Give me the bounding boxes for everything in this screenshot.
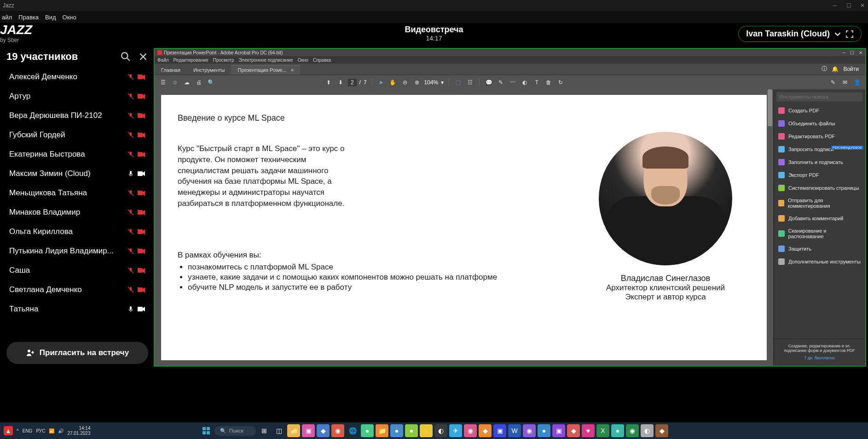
zoom-level[interactable]: 104% xyxy=(424,79,439,86)
app-icon[interactable]: ● xyxy=(361,424,374,437)
tool-item[interactable]: Сканирование и распознавание xyxy=(774,225,865,242)
zoom-in-icon[interactable]: ⊕ xyxy=(412,78,422,87)
tools-search-input[interactable] xyxy=(776,92,862,101)
comment-icon[interactable]: 💬 xyxy=(484,78,493,87)
participant-row[interactable]: Артур xyxy=(6,88,148,105)
app-icon[interactable]: ● xyxy=(390,424,403,437)
close-panel-icon[interactable] xyxy=(138,52,148,62)
tray-icon[interactable]: ▲ xyxy=(4,426,13,435)
app-icon[interactable]: ◉ xyxy=(523,424,536,437)
menu-file[interactable]: айл xyxy=(2,14,12,21)
search-icon[interactable] xyxy=(121,52,131,62)
page-up-icon[interactable]: ⬆ xyxy=(324,78,333,87)
star-icon[interactable]: ☆ xyxy=(170,78,179,87)
participant-row[interactable]: Ольга Кириллова xyxy=(6,223,148,240)
app-icon[interactable]: ▣ xyxy=(552,424,565,437)
text-icon[interactable]: T xyxy=(532,78,541,87)
chevron-up-icon[interactable]: ^ xyxy=(17,428,19,433)
chrome-icon[interactable]: 🌐 xyxy=(346,424,359,437)
participant-row[interactable]: Меньщикова Татьяна xyxy=(6,184,148,202)
trash-icon[interactable]: 🗑 xyxy=(544,78,553,87)
menu-window[interactable]: Окно xyxy=(63,14,76,21)
hand-icon[interactable]: ✋ xyxy=(388,78,398,87)
tool-item[interactable]: Экспорт PDF xyxy=(774,169,865,181)
page-down-icon[interactable]: ⬇ xyxy=(336,78,345,87)
app-icon[interactable]: ◆ xyxy=(567,424,580,437)
acrobat-maximize-icon[interactable]: ☐ xyxy=(850,50,854,55)
participant-row[interactable]: Вера Дерюшева ПИ-2102 xyxy=(6,107,148,124)
participant-row[interactable]: Губский Гордей xyxy=(6,126,148,144)
tool-item[interactable]: Объединить файлы xyxy=(774,117,865,130)
participant-row[interactable]: Саша xyxy=(6,262,148,279)
app-icon[interactable]: ◆ xyxy=(317,424,330,437)
scrollbar-handle[interactable] xyxy=(768,89,772,126)
tab-close-icon[interactable]: × xyxy=(291,67,294,73)
page-layout-icon[interactable]: ☷ xyxy=(465,78,475,87)
taskview-icon[interactable]: ⊞ xyxy=(258,424,271,437)
app-icon[interactable]: ◉ xyxy=(331,424,344,437)
draw-icon[interactable]: 〰 xyxy=(508,78,517,87)
chevron-down-icon[interactable] xyxy=(834,31,841,37)
document-viewport[interactable]: Введение о курсе ML Space Курс "Быстрый … xyxy=(155,89,773,366)
tab-home[interactable]: Главная xyxy=(155,65,187,75)
login-button[interactable]: Войти xyxy=(843,66,859,72)
tab-tools[interactable]: Инструменты xyxy=(187,65,231,75)
taskbar-search[interactable]: 🔍Поиск xyxy=(214,426,256,436)
close-icon[interactable]: ✕ xyxy=(860,3,865,8)
highlight-icon[interactable]: ✎ xyxy=(496,78,505,87)
erase-icon[interactable]: ◐ xyxy=(520,78,529,87)
start-button[interactable] xyxy=(200,424,213,437)
self-pill[interactable]: Ivan Taraskin (Cloud) xyxy=(738,26,862,42)
app-icon[interactable]: ◆ xyxy=(655,424,668,437)
print-icon[interactable]: 🖨 xyxy=(194,78,203,87)
tray-clock[interactable]: 14:14 27.01.2023 xyxy=(67,426,90,436)
acro-menu-view[interactable]: Просмотр xyxy=(213,58,234,63)
pointer-icon[interactable]: ➤ xyxy=(376,78,386,87)
participant-row[interactable]: Татьяна xyxy=(6,300,148,318)
tool-item[interactable]: Добавить комментарий xyxy=(774,212,865,225)
sign-icon[interactable]: ✎ xyxy=(828,78,838,87)
app-icon[interactable]: ◐ xyxy=(641,424,654,437)
app-icon[interactable]: ⚡ xyxy=(420,424,433,437)
select-icon[interactable]: ⬚ xyxy=(453,78,463,87)
tool-item[interactable]: Систематизировать страницы xyxy=(774,181,865,194)
excel-icon[interactable]: X xyxy=(596,424,609,437)
tab-document[interactable]: Презентация Powe... × xyxy=(231,65,300,75)
participant-row[interactable]: Светлана Демченко xyxy=(6,281,148,299)
app-icon[interactable]: ♥ xyxy=(582,424,595,437)
zoom-out-icon[interactable]: ⊖ xyxy=(400,78,410,87)
mail-icon[interactable]: ✉ xyxy=(840,78,850,87)
share-icon[interactable]: 👤 xyxy=(852,78,862,87)
acrobat-close-icon[interactable]: ✕ xyxy=(859,50,862,55)
xbox-icon[interactable]: ◉ xyxy=(626,424,639,437)
wifi-icon[interactable]: 📶 xyxy=(49,428,54,433)
bell-icon[interactable]: 🔔 xyxy=(832,66,839,72)
page-current[interactable]: 2 xyxy=(348,79,357,86)
cloud-icon[interactable]: ☁ xyxy=(182,78,191,87)
tool-item[interactable]: Дополнительные инструменты xyxy=(774,255,865,268)
participant-row[interactable]: Алексей Демченко xyxy=(6,68,148,86)
acro-menu-edit[interactable]: Редактирование xyxy=(174,58,208,63)
fullscreen-icon[interactable] xyxy=(845,30,854,38)
find-icon[interactable]: 🔍 xyxy=(206,78,215,87)
trial-link[interactable]: 7 дн. бесплатно xyxy=(777,356,862,360)
tool-item[interactable]: Отправить для комментирования xyxy=(774,194,865,212)
maximize-icon[interactable]: ☐ xyxy=(846,3,851,8)
refresh-icon[interactable]: ↻ xyxy=(556,78,565,87)
app-icon[interactable]: ◆ xyxy=(479,424,492,437)
participant-row[interactable]: Минаков Владимир xyxy=(6,204,148,221)
acro-menu-help[interactable]: Справка xyxy=(313,58,331,63)
minimize-icon[interactable]: ─ xyxy=(832,3,838,8)
help-icon[interactable]: ⓘ xyxy=(822,65,827,73)
app-icon[interactable]: 📁 xyxy=(376,424,388,437)
app-icon[interactable]: ▣ xyxy=(302,424,315,437)
tray-lang[interactable]: ENG xyxy=(23,428,33,433)
app-icon[interactable]: ◐ xyxy=(434,424,447,437)
app-icon[interactable]: ● xyxy=(405,424,418,437)
app-icon[interactable]: ▣ xyxy=(493,424,506,437)
participant-row[interactable]: Максим Зимин (Cloud) xyxy=(6,165,148,182)
participant-row[interactable]: Екатерина Быстрова xyxy=(6,146,148,163)
menu-view[interactable]: Вид xyxy=(45,14,56,21)
sidebar-toggle-icon[interactable]: ☰ xyxy=(158,78,168,87)
tray-kb[interactable]: РУС xyxy=(36,428,45,433)
